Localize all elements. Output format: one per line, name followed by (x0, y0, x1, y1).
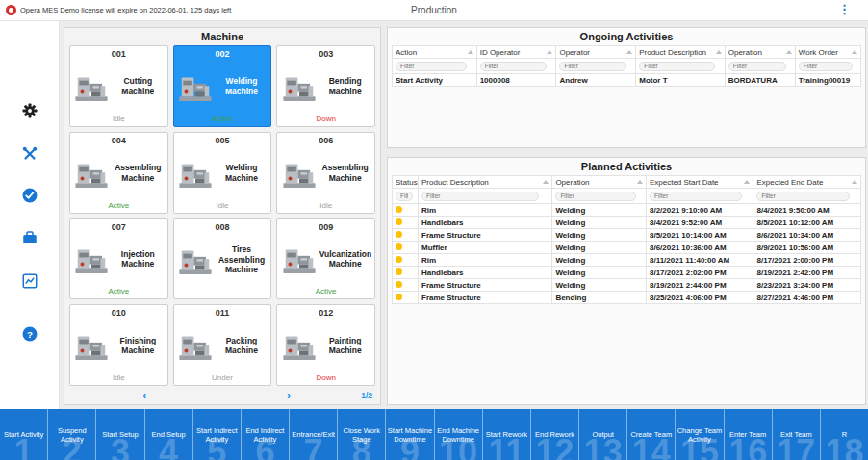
filter-input-status[interactable] (396, 192, 413, 201)
machine-status: Idle (217, 200, 229, 212)
machine-card-002[interactable]: 002Welding MachineActive (173, 45, 272, 127)
right-panels: Ongoing Activities ActionID OperatorOper… (387, 27, 866, 405)
sort-caret-icon (786, 50, 792, 54)
filter-input-operation[interactable] (555, 192, 635, 201)
action-button-entrance-exit[interactable]: 7Entrance/Exit (289, 409, 337, 460)
machine-grid: 001Cutting MachineIdle002Welding Machine… (64, 44, 380, 386)
button-label: Start Activity (4, 430, 43, 439)
action-button-close-work-stage[interactable]: 8Close Work Stage (337, 409, 385, 460)
action-button-start-activity[interactable]: 1Start Activity (0, 409, 47, 460)
action-button-r[interactable]: 18R (820, 409, 868, 460)
action-button-start-machine-downtime[interactable]: 9Start Machine Downtime (385, 409, 433, 460)
tools-icon[interactable] (21, 145, 38, 163)
action-button-output[interactable]: 13Output (578, 409, 626, 460)
cell: Bending (552, 292, 647, 304)
action-button-enter-team[interactable]: 16Enter Team (724, 409, 772, 460)
sort-caret-icon (468, 50, 473, 54)
button-label: Start Rework (486, 430, 527, 439)
prev-page-button[interactable]: ‹ (139, 389, 150, 401)
machine-card-005[interactable]: 005Welding MachineIdle (173, 132, 272, 214)
column-header-work-order[interactable]: Work Order (795, 46, 860, 59)
filter-input-operation[interactable] (728, 62, 787, 71)
planned-activity-row[interactable]: Frame StructureWelding8/5/2021 10:14:00 … (393, 229, 861, 242)
machine-photo (281, 154, 318, 192)
planned-activity-row[interactable]: RimWelding8/11/2021 11:40:00 AM8/17/2021… (393, 254, 861, 267)
column-header-operation[interactable]: Operation (725, 46, 795, 59)
machine-card-003[interactable]: 003Bending MachineDown (276, 45, 375, 127)
machine-card-007[interactable]: 007Injection MachineActive (69, 218, 168, 300)
sidebar: ? (0, 21, 60, 409)
action-button-start-indirect-activity[interactable]: 5Start Indirect Activity (192, 409, 241, 460)
action-button-suspend-activity[interactable]: 2Suspend Activity (47, 409, 95, 460)
machine-status: Down (316, 114, 335, 125)
filter-cell (419, 189, 552, 204)
filter-cell (552, 189, 647, 204)
machine-card-008[interactable]: 008Tires Assembling Machine (173, 218, 272, 300)
machine-card-body: Cutting Machine (72, 60, 166, 114)
action-button-exit-team[interactable]: 17Exit Team (772, 409, 820, 460)
filter-input-product-description[interactable] (639, 62, 715, 71)
column-header-operation[interactable]: Operation (552, 176, 647, 189)
planned-activity-row[interactable]: HandlebarsWelding8/4/2021 9:52:00 AM8/5/… (393, 217, 861, 229)
column-header-id-operator[interactable]: ID Operator (476, 46, 556, 59)
column-header-action[interactable]: Action (393, 46, 477, 59)
filter-input-id-operator[interactable] (480, 62, 548, 71)
ongoing-activities-table: ActionID OperatorOperatorProduct Descrip… (392, 45, 861, 87)
machine-card-010[interactable]: 010Finishing MachineIdle (69, 304, 168, 386)
filter-input-work-order[interactable] (799, 62, 853, 71)
planned-activity-row[interactable]: HandlebarsWelding8/17/2021 2:02:00 PM8/1… (393, 267, 861, 279)
chart-icon[interactable] (21, 272, 38, 290)
filter-input-product-description[interactable] (421, 192, 539, 201)
settings-gear-icon[interactable] (21, 102, 38, 119)
machine-card-011[interactable]: 011Packing MachineUnder (173, 304, 272, 386)
help-icon[interactable]: ? (21, 325, 38, 343)
column-header-expected-end-date[interactable]: Expected End Date (753, 176, 861, 189)
action-button-end-setup[interactable]: 4End Setup (144, 409, 192, 460)
action-button-start-setup[interactable]: 3Start Setup (95, 409, 143, 460)
filter-input-expected-end-date[interactable] (756, 192, 849, 201)
machine-card-012[interactable]: 012Painting MachineDown (276, 304, 375, 386)
machine-card-001[interactable]: 001Cutting MachineIdle (69, 45, 168, 127)
menu-kebab-icon[interactable]: ⋮ (838, 3, 851, 15)
machine-status: Active (108, 200, 129, 212)
status-cell (393, 242, 419, 254)
filter-input-expected-start-date[interactable] (650, 192, 742, 201)
planned-activity-row[interactable]: RimWelding8/2/2021 9:10:00 AM8/4/2021 9:… (393, 204, 861, 217)
filter-input-operator[interactable] (559, 62, 626, 71)
cell: Welding (552, 217, 647, 229)
status-cell (393, 279, 419, 292)
machine-card-006[interactable]: 006Assembling MachineIdle (276, 132, 375, 214)
sort-caret-icon (637, 180, 643, 184)
machine-card-body: Assembling Machine (279, 146, 372, 200)
planned-activity-row[interactable]: MufflerWelding8/6/2021 10:36:00 AM8/9/20… (393, 242, 861, 254)
machine-photo (281, 326, 318, 365)
briefcase-icon[interactable] (21, 229, 38, 246)
cell: Andrew (556, 74, 636, 87)
check-circle-icon[interactable] (21, 187, 38, 204)
column-header-expected-start-date[interactable]: Expected Start Date (646, 176, 753, 189)
machine-card-body: Welding Machine (176, 146, 269, 200)
button-label: End Machine Downtime (436, 426, 481, 444)
button-label: R (842, 430, 847, 439)
action-button-end-machine-downtime[interactable]: 10End Machine Downtime (434, 409, 482, 460)
column-header-product-description[interactable]: Product Description (636, 46, 726, 59)
column-header-operator[interactable]: Operator (556, 46, 636, 59)
planned-activity-row[interactable]: Frame StructureWelding8/19/2021 2:44:00 … (393, 279, 861, 292)
filter-input-action[interactable] (396, 62, 467, 71)
machine-number: 011 (216, 306, 230, 319)
machine-card-009[interactable]: 009Vulcanization MachineActive (276, 218, 375, 300)
ongoing-activity-row[interactable]: Start Activity1000008AndrewMotor TBORDAT… (393, 74, 861, 87)
next-page-button[interactable]: › (283, 389, 294, 401)
action-button-end-rework[interactable]: 12End Rework (530, 409, 578, 460)
action-button-end-indirect-activity[interactable]: 6End Indirect Activity (241, 409, 289, 460)
status-cell (393, 267, 419, 279)
action-button-create-team[interactable]: 14Create Team (626, 409, 675, 460)
column-header-product-description[interactable]: Product Description (419, 176, 552, 189)
column-header-status[interactable]: Status (393, 176, 419, 189)
machine-card-004[interactable]: 004Assembling MachineActive (69, 132, 168, 214)
action-button-change-team-activity[interactable]: 15Change Team Activity (675, 409, 723, 460)
pending-status-dot-icon (396, 256, 402, 263)
machine-name: Finishing Machine (112, 336, 164, 356)
planned-activity-row[interactable]: Frame StructureBending8/25/2021 4:06:00 … (393, 292, 861, 304)
action-button-start-rework[interactable]: 11Start Rework (482, 409, 530, 460)
